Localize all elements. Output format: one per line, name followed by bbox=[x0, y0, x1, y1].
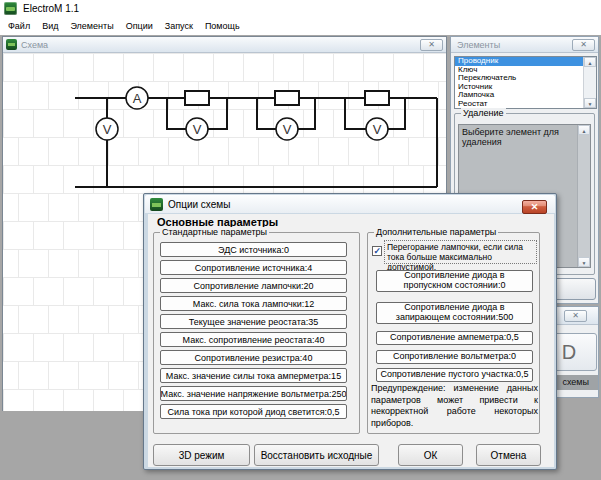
voltmeter-label: V bbox=[103, 122, 112, 137]
restore-defaults-button[interactable]: Восстановить исходные bbox=[254, 444, 379, 466]
app-icon bbox=[4, 2, 17, 15]
menu-file[interactable]: Файл bbox=[2, 19, 36, 33]
lamp-burnout-label[interactable]: Перегорание лампочки, если сила тока бол… bbox=[384, 240, 537, 264]
warning-text: Предупреждение: изменение данных парамет… bbox=[371, 383, 538, 430]
resistor-3[interactable] bbox=[365, 91, 389, 105]
run-panel-close-icon[interactable] bbox=[564, 310, 587, 322]
voltmeter-label: V bbox=[193, 122, 202, 137]
voltmeter-label: V bbox=[283, 122, 292, 137]
param-diode-current[interactable]: Сила тока при которой диод светится:0,5 bbox=[160, 404, 347, 419]
menu-bar: Файл Вид Элементы Опции Запуск Помощь bbox=[0, 17, 601, 35]
elements-titlebar[interactable]: Элементы bbox=[451, 37, 598, 53]
deletion-placeholder: Выберите элемент для удаления bbox=[459, 125, 577, 150]
param-lamp-resistance[interactable]: Сопротивление лампочки:20 bbox=[160, 278, 347, 293]
menu-view[interactable]: Вид bbox=[36, 19, 64, 33]
schema-window-icon bbox=[6, 39, 17, 50]
menu-options[interactable]: Опции bbox=[120, 19, 159, 33]
dialog-close-icon[interactable] bbox=[522, 200, 547, 214]
elements-close-icon[interactable] bbox=[572, 39, 595, 51]
schema-titlebar[interactable]: Схема bbox=[3, 37, 446, 53]
menu-run[interactable]: Запуск bbox=[159, 19, 199, 33]
dialog-icon bbox=[150, 198, 163, 211]
list-item-rheostat[interactable]: Реостат bbox=[455, 100, 583, 109]
scroll-up-icon[interactable] bbox=[584, 57, 596, 67]
dialog-title: Опции схемы bbox=[168, 199, 230, 210]
window-title: ElectroM 1.1 bbox=[23, 3, 79, 14]
schema-window-title: Схема bbox=[21, 40, 48, 50]
additional-params-group: Дополнительные параметры Перегорание лам… bbox=[367, 232, 540, 434]
resistor-2[interactable] bbox=[275, 91, 299, 105]
param-voltmeter-max[interactable]: Макс. значение напряжение вольтметра:250 bbox=[160, 386, 347, 401]
standard-params-group: Стандартные параметры ЭДС источника:0 Со… bbox=[153, 232, 360, 434]
lamp-burnout-checkbox[interactable] bbox=[372, 246, 382, 256]
param-diode-reverse[interactable]: Сопротивление диода в запирающем состоян… bbox=[376, 302, 533, 324]
3d-mode-button[interactable]: 3D режим bbox=[153, 444, 250, 466]
schema-close-icon[interactable] bbox=[420, 39, 443, 51]
ok-button[interactable]: ОК bbox=[398, 444, 463, 466]
ammeter[interactable]: A bbox=[126, 87, 148, 109]
param-resistor[interactable]: Сопротивление резистра:40 bbox=[160, 350, 347, 365]
scroll-down-icon[interactable] bbox=[578, 257, 590, 267]
voltmeter-2[interactable]: V bbox=[186, 118, 208, 140]
voltmeter-1[interactable]: V bbox=[96, 118, 118, 140]
options-dialog: Опции схемы Основные параметры Стандартн… bbox=[143, 193, 557, 470]
deletion-group-label: Удаление bbox=[461, 108, 506, 118]
param-ammeter-max[interactable]: Макс. значение силы тока амперметра:15 bbox=[160, 368, 347, 383]
voltmeter-4[interactable]: V bbox=[366, 118, 388, 140]
standard-group-label: Стандартные параметры bbox=[160, 227, 269, 237]
additional-group-label: Дополнительные параметры bbox=[374, 227, 498, 237]
menu-elements[interactable]: Элементы bbox=[64, 19, 119, 33]
voltmeter-3[interactable]: V bbox=[276, 118, 298, 140]
param-empty-section[interactable]: Сопротивление пустого участка:0,5 bbox=[376, 368, 533, 382]
cancel-button[interactable]: Отмена bbox=[476, 444, 541, 466]
elements-scrollbar[interactable] bbox=[583, 57, 596, 108]
param-lamp-max-current[interactable]: Макс. сила тока лампочки:12 bbox=[160, 296, 347, 311]
elements-panel-title: Элементы bbox=[457, 40, 500, 50]
voltmeter-label: V bbox=[373, 122, 382, 137]
resistor-1[interactable] bbox=[185, 91, 209, 105]
param-rheostat-max[interactable]: Макс. сопротивление реостата:40 bbox=[160, 332, 347, 347]
param-source-resistance[interactable]: Сопротивление источника:4 bbox=[160, 260, 347, 275]
scroll-up-icon[interactable] bbox=[578, 125, 590, 135]
menu-help[interactable]: Помощь bbox=[199, 19, 246, 33]
param-voltmeter-resistance[interactable]: Сопротивление вольтметра:0 bbox=[376, 350, 533, 364]
app-client-area: Схема bbox=[0, 35, 601, 480]
deletion-scrollbar[interactable] bbox=[577, 125, 590, 267]
ammeter-label: A bbox=[133, 91, 142, 106]
param-rheostat-current[interactable]: Текущее значение реостата:35 bbox=[160, 314, 347, 329]
dialog-content: Основные параметры Стандартные параметры… bbox=[148, 214, 554, 467]
elements-listbox[interactable]: Проводник Ключ Переключатель Источник Ла… bbox=[454, 56, 597, 109]
dialog-titlebar[interactable]: Опции схемы bbox=[145, 195, 555, 213]
param-diode-forward[interactable]: Сопротивление диода в пропускном состоян… bbox=[376, 270, 533, 292]
scroll-down-icon[interactable] bbox=[584, 98, 596, 108]
param-ammeter-resistance[interactable]: Сопротивление ампеметра:0,5 bbox=[376, 331, 533, 345]
param-emf-source[interactable]: ЭДС источника:0 bbox=[160, 242, 347, 257]
window-titlebar: ElectroM 1.1 bbox=[0, 0, 601, 17]
